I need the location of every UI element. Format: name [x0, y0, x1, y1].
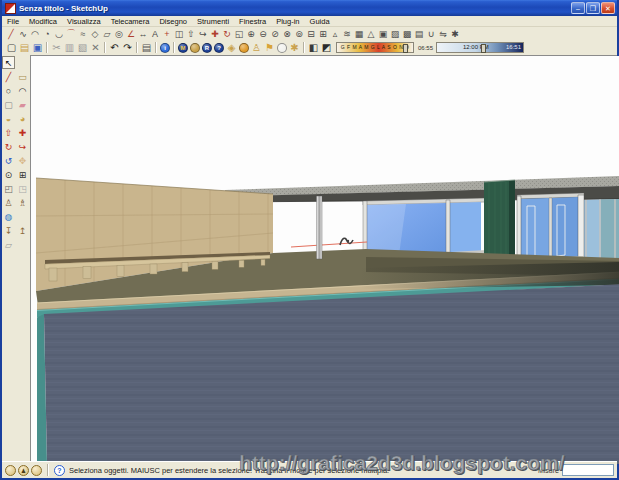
- chrome-column[interactable]: [317, 196, 323, 259]
- drape-tool-icon[interactable]: ▨: [389, 28, 401, 40]
- model-info-icon[interactable]: i: [160, 43, 170, 53]
- protractor-tool-icon[interactable]: ◎: [113, 28, 125, 40]
- push-pull-tool-icon[interactable]: ⇧: [185, 28, 197, 40]
- stamp-tool-icon[interactable]: ▣: [377, 28, 389, 40]
- axes-tool-icon[interactable]: +: [161, 28, 173, 40]
- add-detail-tool-icon[interactable]: ▩: [401, 28, 413, 40]
- arc-tool-icon[interactable]: ◠: [29, 28, 41, 40]
- measurements-box[interactable]: [562, 464, 614, 476]
- shadow-time-slider[interactable]: 12:00 PM 16:51: [436, 42, 524, 53]
- intersect-tool-icon[interactable]: ⊗: [281, 28, 293, 40]
- flip-edge-tool-icon[interactable]: ▤: [413, 28, 425, 40]
- menu-visualizza[interactable]: Visualizza: [62, 17, 106, 26]
- rectangle-tool[interactable]: ▭: [16, 70, 29, 83]
- bezier-curve-tool-icon[interactable]: ⌒: [65, 28, 77, 40]
- google-earth-tool[interactable]: ◍: [2, 210, 15, 223]
- next-view-tool[interactable]: ◳: [16, 182, 29, 195]
- eraser-tool[interactable]: ▰: [16, 98, 29, 111]
- push-pull-tool[interactable]: ⇧: [2, 126, 15, 139]
- rotate-tool[interactable]: ↻: [2, 140, 15, 153]
- section-tool[interactable]: ▱: [2, 238, 15, 251]
- rotated-rectangle-tool-icon[interactable]: ▱: [101, 28, 113, 40]
- freehand-tool-icon[interactable]: ∿: [17, 28, 29, 40]
- help-icon[interactable]: ?: [54, 465, 65, 476]
- cut-icon[interactable]: ✂: [50, 41, 63, 54]
- close-button[interactable]: ✕: [601, 2, 615, 14]
- reflecting-pool[interactable]: [44, 284, 619, 464]
- pan-tool[interactable]: ✥: [16, 154, 29, 167]
- walk-tool[interactable]: ♗: [16, 196, 29, 209]
- paste-icon[interactable]: ▧: [76, 41, 89, 54]
- tape-measure-tool[interactable]: ◒: [2, 112, 15, 125]
- menu-file[interactable]: File: [2, 17, 24, 26]
- menu-modifica[interactable]: Modifica: [24, 17, 62, 26]
- label-tag-icon[interactable]: ◈: [225, 41, 238, 54]
- medal-2-icon[interactable]: ♟: [18, 465, 29, 476]
- menu-telecamera[interactable]: Telecamera: [106, 17, 155, 26]
- from-scratch-tool-icon[interactable]: ▦: [353, 28, 365, 40]
- print-icon[interactable]: ▤: [140, 41, 153, 54]
- follow-me-tool-icon[interactable]: ↪: [197, 28, 209, 40]
- material-sphere-icon[interactable]: [239, 43, 249, 53]
- smoove-tool-icon[interactable]: △: [365, 28, 377, 40]
- shadow-dialog-icon[interactable]: ◧: [307, 41, 320, 54]
- from-contours-tool-icon[interactable]: ≋: [341, 28, 353, 40]
- split-tool-icon[interactable]: ⊟: [305, 28, 317, 40]
- flag-icon[interactable]: ⚑: [263, 41, 276, 54]
- medal-3-icon[interactable]: [31, 465, 42, 476]
- position-camera-tool[interactable]: ♙: [2, 196, 15, 209]
- outer-shell-tool-icon[interactable]: ⊚: [293, 28, 305, 40]
- menu-strumenti[interactable]: Strumenti: [192, 17, 234, 26]
- arc-tool[interactable]: ◠: [16, 84, 29, 97]
- move-tool[interactable]: ✚: [16, 126, 29, 139]
- make-component-tool[interactable]: ▢: [2, 98, 15, 111]
- title-bar[interactable]: Senza titolo - SketchUp –❒✕: [2, 0, 617, 16]
- polygon-tool-icon[interactable]: ◇: [89, 28, 101, 40]
- menu-disegno[interactable]: Disegno: [154, 17, 192, 26]
- badge-help-icon[interactable]: ?: [214, 43, 224, 53]
- badge-r-icon[interactable]: R: [202, 43, 212, 53]
- copy-icon[interactable]: ▥: [63, 41, 76, 54]
- angle-tool-icon[interactable]: ∠: [125, 28, 137, 40]
- shadow-date-slider[interactable]: G F M A M G L A S O N D: [336, 42, 414, 53]
- paint-bucket-tool[interactable]: ◕: [16, 112, 29, 125]
- shadow-toggle-icon[interactable]: ◩: [320, 41, 333, 54]
- open-file-icon[interactable]: ▤: [18, 41, 31, 54]
- minimize-button[interactable]: –: [571, 2, 585, 14]
- follow-me-tool[interactable]: ↪: [16, 140, 29, 153]
- move-tool-icon[interactable]: ✚: [209, 28, 221, 40]
- circle-tool[interactable]: ○: [2, 84, 15, 97]
- model-viewport[interactable]: [30, 55, 617, 461]
- orbit-tool[interactable]: ↺: [2, 154, 15, 167]
- mirror-tool-icon[interactable]: ⇋: [437, 28, 449, 40]
- menu-guida[interactable]: Guida: [305, 17, 335, 26]
- date-slider-thumb[interactable]: [403, 44, 408, 53]
- share-models-tool[interactable]: ↥: [16, 224, 29, 237]
- medal-1-icon[interactable]: [5, 465, 16, 476]
- solid-inspect-tool-icon[interactable]: ⊞: [317, 28, 329, 40]
- weld-tool-icon[interactable]: ∪: [425, 28, 437, 40]
- text-tool-icon[interactable]: A: [149, 28, 161, 40]
- select-tool[interactable]: ↖: [2, 56, 15, 69]
- zoom-tool[interactable]: ⊙: [2, 168, 15, 181]
- dimension-tool-icon[interactable]: ↔: [137, 28, 149, 40]
- undo-icon[interactable]: ↶: [108, 41, 121, 54]
- menu-plugin[interactable]: Plug-in: [271, 17, 304, 26]
- badge-award-icon[interactable]: [190, 43, 200, 53]
- badge-m-icon[interactable]: M: [178, 43, 188, 53]
- door-glass-wall[interactable]: [517, 193, 584, 264]
- offset-arc-tool-icon[interactable]: ◡: [53, 28, 65, 40]
- subtract-tool-icon[interactable]: ⊖: [257, 28, 269, 40]
- redo-icon[interactable]: ↷: [121, 41, 134, 54]
- union-tool-icon[interactable]: ⊕: [245, 28, 257, 40]
- scale-tool-icon[interactable]: ◱: [233, 28, 245, 40]
- new-file-icon[interactable]: ▢: [5, 41, 18, 54]
- component-figure-icon[interactable]: ♙: [250, 41, 263, 54]
- rotate-tool-icon[interactable]: ↻: [221, 28, 233, 40]
- get-models-tool[interactable]: ↧: [2, 224, 15, 237]
- time-slider-thumb[interactable]: [481, 44, 486, 53]
- trim-tool-icon[interactable]: ⊘: [269, 28, 281, 40]
- soften-edges-tool-icon[interactable]: ▵: [329, 28, 341, 40]
- section-plane-tool-icon[interactable]: ◫: [173, 28, 185, 40]
- explode-tool-icon[interactable]: ✱: [449, 28, 461, 40]
